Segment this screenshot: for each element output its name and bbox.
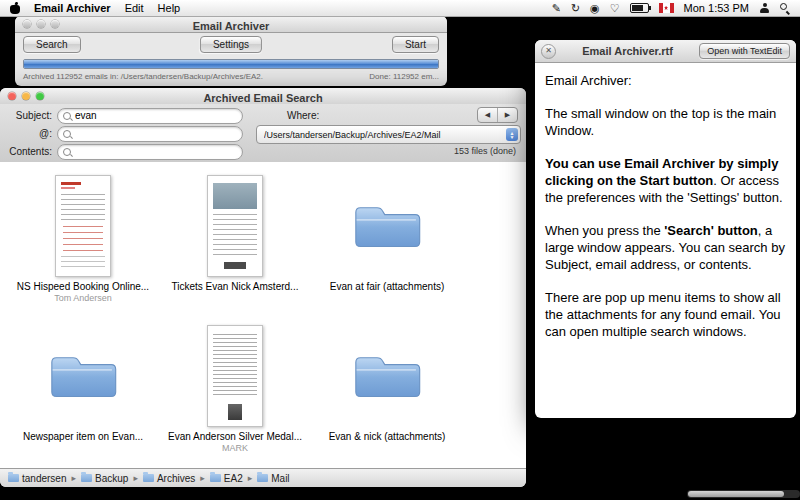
path-item-ea2[interactable]: EA2 — [210, 473, 243, 484]
bold-text: 'Search' button — [664, 223, 758, 238]
apple-menu-icon[interactable] — [10, 3, 20, 14]
tickets-page-icon — [207, 175, 263, 277]
path-separator-icon: ▸ — [200, 473, 205, 483]
path-item-backup[interactable]: Backup — [81, 473, 128, 484]
path-item-label: Mail — [271, 473, 289, 484]
where-popup[interactable]: /Users/tandersen/Backup/Archives/EA2/Mai… — [256, 125, 521, 144]
path-item-mail[interactable]: Mail — [257, 473, 289, 484]
path-item-label: tandersen — [22, 473, 66, 484]
path-item-label: Backup — [95, 473, 128, 484]
body-text: Email Archiver: — [545, 73, 632, 88]
heart-icon[interactable]: ♡ — [610, 3, 620, 14]
path-separator-icon: ▸ — [133, 473, 138, 483]
file-name: Tickets Evan Nick Amsterd... — [172, 281, 299, 292]
file-name: Evan at fair (attachments) — [330, 281, 445, 292]
document-thumbnail — [55, 174, 111, 278]
path-separator-icon: ▸ — [71, 473, 76, 483]
zoom-button[interactable] — [51, 20, 59, 28]
user-icon[interactable] — [759, 3, 770, 13]
path-bar: tandersen▸Backup▸Archives▸EA2▸Mail — [0, 468, 526, 487]
close-button[interactable] — [8, 92, 16, 100]
status-text-left: Archived 112952 emails in: /Users/tander… — [23, 72, 263, 81]
sync-icon[interactable]: ↻ — [571, 3, 580, 14]
folder-item[interactable]: Evan at fair (attachments) — [312, 174, 462, 324]
folder-icon — [45, 324, 121, 428]
magnifier-icon — [63, 130, 71, 138]
horizontal-scrollbar[interactable] — [687, 490, 800, 498]
folder-item[interactable]: Evan & nick (attachments) — [312, 324, 462, 469]
archiver-titlebar[interactable]: Email Archiver — [15, 16, 447, 33]
canada-flag-icon[interactable] — [659, 3, 674, 13]
menu-edit[interactable]: Edit — [125, 2, 144, 14]
close-button[interactable] — [23, 20, 31, 28]
folder-icon — [349, 174, 425, 278]
progress-fill — [24, 60, 438, 68]
menu-email-archiver[interactable]: Email Archiver — [34, 2, 111, 14]
medal-page-icon — [207, 325, 263, 427]
window-controls — [8, 92, 44, 100]
file-name: Evan & nick (attachments) — [329, 431, 446, 442]
pencil-icon[interactable]: ✎ — [552, 3, 561, 14]
close-icon[interactable]: ✕ — [541, 44, 556, 59]
open-with-textedit-button[interactable]: Open with TextEdit — [699, 43, 790, 59]
settings-button[interactable]: Settings — [200, 36, 262, 53]
eye-icon[interactable]: ◉ — [590, 3, 600, 14]
body-text: There are pop up menu items to show all … — [545, 290, 781, 339]
search-results: NS Hispeed Booking Online...Tom Andersen… — [0, 162, 526, 469]
window-title: Email Archiver.rtf — [556, 45, 699, 57]
back-button[interactable]: ◀ — [478, 108, 498, 122]
folder-icon — [210, 474, 221, 482]
preview-window: ✕ Email Archiver.rtf Open with TextEdit … — [535, 40, 796, 418]
path-separator-icon: ▸ — [248, 473, 253, 483]
document-item[interactable]: NS Hispeed Booking Online...Tom Andersen — [8, 174, 158, 324]
address-label: @: — [0, 126, 52, 141]
file-subtitle: MARK — [222, 443, 248, 453]
battery-icon[interactable] — [630, 3, 649, 13]
menubar-clock[interactable]: Mon 1:53 PM — [684, 2, 749, 14]
archiver-window: Email Archiver Search Settings Start Arc… — [15, 16, 447, 86]
folder-icon — [8, 474, 19, 482]
document-item[interactable]: Tickets Evan Nick Amsterd... — [160, 174, 310, 324]
popup-arrows-icon: ▲▼ — [506, 128, 518, 141]
search-button[interactable]: Search — [23, 36, 81, 53]
folder-icon — [143, 474, 154, 482]
file-grid: NS Hispeed Booking Online...Tom Andersen… — [0, 162, 526, 469]
forward-button[interactable]: ▶ — [498, 108, 517, 122]
subject-search-value: evan — [75, 109, 97, 123]
minimize-button[interactable] — [22, 92, 30, 100]
files-count: 153 files (done) — [454, 146, 516, 156]
address-search-field[interactable] — [57, 126, 243, 142]
booking-page-icon — [55, 175, 111, 277]
scrollbar-thumb[interactable] — [688, 491, 784, 497]
search-titlebar[interactable]: Archived Email Search — [0, 88, 526, 105]
preview-titlebar[interactable]: ✕ Email Archiver.rtf Open with TextEdit — [535, 40, 796, 63]
magnifier-icon — [63, 148, 71, 156]
body-text: The small window on the top is the main … — [545, 106, 776, 138]
start-button[interactable]: Start — [392, 36, 439, 53]
document-item[interactable]: Evan Anderson Silver Medal...MARK — [160, 324, 310, 469]
path-item-tandersen[interactable]: tandersen — [8, 473, 66, 484]
paragraph: Email Archiver: — [545, 72, 786, 89]
file-subtitle: Tom Andersen — [54, 293, 112, 303]
status-text-right: Done: 112952 em... — [369, 72, 439, 81]
body-text: When you press the — [545, 223, 664, 238]
path-item-label: EA2 — [224, 473, 243, 484]
search-window: Archived Email Search Subject: evan @: C… — [0, 88, 526, 487]
window-title: Archived Email Search — [203, 92, 322, 104]
path-item-archives[interactable]: Archives — [143, 473, 195, 484]
window-title: Email Archiver — [193, 20, 270, 32]
file-name: NS Hispeed Booking Online... — [17, 281, 149, 292]
path-item-label: Archives — [157, 473, 195, 484]
menu-help[interactable]: Help — [158, 2, 181, 14]
menu-list: Email ArchiverEditHelp — [34, 2, 180, 14]
zoom-button[interactable] — [36, 92, 44, 100]
where-label: Where: — [287, 108, 332, 123]
spotlight-icon[interactable] — [780, 3, 790, 13]
subject-search-field[interactable]: evan — [57, 108, 243, 124]
file-name: Evan Anderson Silver Medal... — [168, 431, 302, 442]
folder-item[interactable]: Newspaper item on Evan... — [8, 324, 158, 469]
contents-search-field[interactable] — [57, 144, 243, 160]
file-name: Newspaper item on Evan... — [23, 431, 143, 442]
minimize-button[interactable] — [37, 20, 45, 28]
paragraph: The small window on the top is the main … — [545, 105, 786, 139]
